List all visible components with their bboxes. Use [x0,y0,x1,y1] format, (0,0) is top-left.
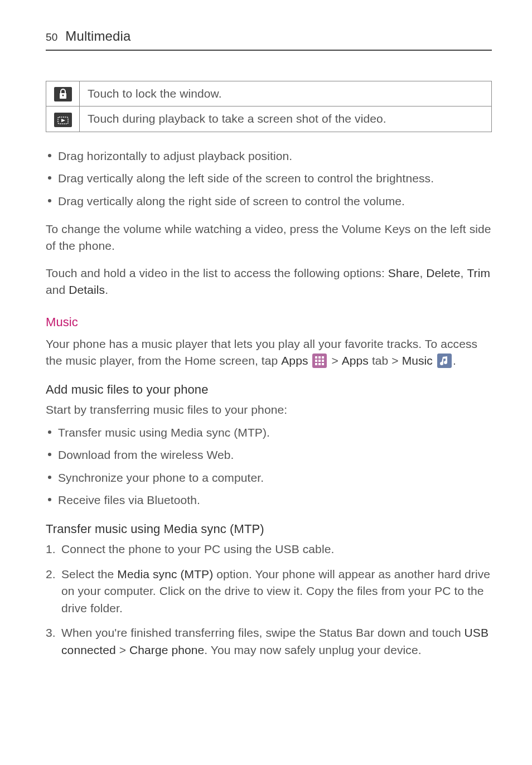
text: , [419,267,426,279]
text: Touch and hold a video in the list to ac… [46,267,388,279]
charge-phone-label: Charge phone [129,643,204,656]
page-header: 50 Multimedia [46,27,492,51]
svg-rect-8 [322,360,324,362]
add-files-lead: Start by transferring music files to you… [46,401,492,418]
text: . You may now safely unplug your device. [204,643,421,656]
screenshot-icon [54,113,72,127]
volume-paragraph: To change the volume while watching a vi… [46,221,492,255]
icon-cell [46,106,80,132]
music-heading: Music [46,313,492,331]
text: When you're finished transferring files,… [61,626,465,639]
text: > [116,643,129,656]
list-item: Download from the wireless Web. [46,447,492,463]
option-details: Details [69,283,105,296]
svg-rect-4 [318,356,321,359]
list-item: Transfer music using Media sync (MTP). [46,424,492,441]
step-item: When you're finished transferring files,… [46,624,492,659]
svg-rect-5 [322,356,324,359]
text: . [453,354,456,367]
mtp-heading: Transfer music using Media sync (MTP) [46,520,492,538]
text: tab > [369,354,402,367]
mtp-steps: Connect the phone to your PC using the U… [46,541,492,659]
music-note-icon [437,354,452,368]
context-menu-paragraph: Touch and hold a video in the list to ac… [46,265,492,299]
option-share: Share [388,267,420,279]
icon-cell [46,81,80,106]
text: , [461,267,467,279]
apps-label: Apps [281,354,308,367]
media-sync-label: Media sync (MTP) [117,568,213,580]
icon-description: Touch to lock the window. [80,81,492,106]
gesture-list: Drag horizontally to adjust playback pos… [46,148,492,210]
svg-rect-3 [315,356,317,359]
svg-point-1 [62,95,64,96]
option-trim: Trim [467,267,490,279]
table-row: Touch during playback to take a screen s… [46,106,492,132]
list-item: Synchronize your phone to a computer. [46,469,492,486]
svg-rect-10 [318,363,321,365]
icon-description: Touch during playback to take a screen s… [80,106,492,132]
text: > [328,354,341,367]
list-item: Drag vertically along the right side of … [46,193,492,210]
list-item: Drag vertically along the left side of t… [46,170,492,187]
option-delete: Delete [426,267,460,279]
text: . [105,283,108,296]
list-item: Drag horizontally to adjust playback pos… [46,148,492,164]
lock-icon [54,87,72,101]
text: Select the [61,568,117,580]
music-label: Music [402,354,433,367]
add-files-heading: Add music files to your phone [46,381,492,399]
svg-rect-11 [322,363,324,365]
svg-rect-7 [318,360,321,362]
page-number: 50 [46,30,57,45]
chapter-title: Multimedia [65,27,130,46]
step-item: Select the Media sync (MTP) option. Your… [46,566,492,617]
apps-grid-icon [312,354,327,368]
svg-rect-9 [315,363,317,365]
icon-description-table: Touch to lock the window. Touch during p… [46,81,492,132]
add-files-list: Transfer music using Media sync (MTP). D… [46,424,492,509]
list-item: Receive files via Bluetooth. [46,492,492,509]
text: and [46,283,69,296]
svg-rect-6 [315,360,317,362]
apps-tab-label: Apps [342,354,369,367]
step-item: Connect the phone to your PC using the U… [46,541,492,558]
table-row: Touch to lock the window. [46,81,492,106]
music-intro: Your phone has a music player that lets … [46,336,492,370]
